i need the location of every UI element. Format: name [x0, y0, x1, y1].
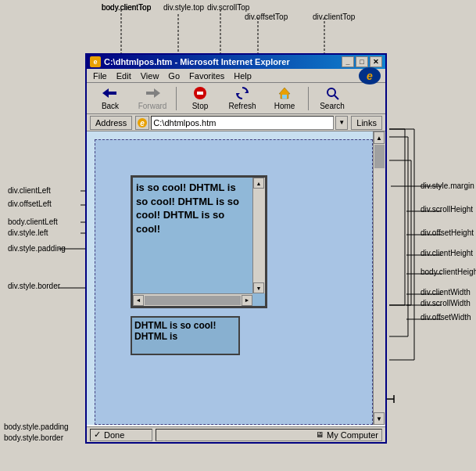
- svg-point-68: [327, 88, 335, 96]
- menu-go[interactable]: Go: [163, 69, 184, 83]
- svg-marker-60: [154, 88, 160, 98]
- label-body-client-height: body.clientHeight: [421, 268, 476, 276]
- refresh-icon: [234, 86, 250, 100]
- browser-icon: e: [90, 56, 101, 67]
- label-div-style-top: div.style.top: [163, 3, 204, 12]
- outer-div: ▲ ▼ ◄ ► is so cool! DHTML is so cool! DH…: [95, 139, 373, 425]
- browser-window: e C:\dhtmlpos.htm - Microsoft Internet E…: [85, 53, 387, 444]
- menu-view[interactable]: View: [136, 69, 164, 83]
- menu-edit[interactable]: Edit: [112, 69, 136, 83]
- outer-scrollbar-vertical: ▲ ▼: [373, 131, 385, 425]
- status-computer: 🖥 My Computer: [156, 429, 382, 441]
- label-div-client-left: div.clientLeft: [8, 186, 51, 195]
- label-div-style-padding: div.style.padding: [8, 244, 66, 253]
- back-button[interactable]: Back: [90, 84, 131, 113]
- inner-div-text: is so cool! DHTML is so cool! DHTML is s…: [133, 178, 252, 239]
- label-body-client-left: body.clientLeft: [8, 218, 58, 226]
- refresh-button[interactable]: Refresh: [222, 84, 263, 113]
- inner-scrollbar-horizontal: ◄ ►: [133, 293, 252, 306]
- toolbar-separator-1: [176, 87, 177, 110]
- outer-scroll-thumb: [374, 145, 385, 168]
- links-button[interactable]: Links: [351, 116, 382, 130]
- forward-label: Forward: [138, 102, 167, 110]
- ie-logo: e: [359, 67, 381, 84]
- svg-rect-67: [282, 95, 287, 99]
- outer-scroll-down[interactable]: ▼: [374, 412, 385, 425]
- toolbar-separator-2: [308, 87, 309, 110]
- label-div-style-border: div.style.border: [8, 282, 60, 290]
- back-icon: [102, 86, 118, 100]
- label-div-client-height: div.clientHeight: [421, 249, 473, 257]
- forward-icon: [145, 86, 160, 100]
- status-text: Done: [104, 430, 124, 440]
- scroll-thumb-h: [145, 296, 241, 305]
- label-body-client-top-text: body.clientTop: [102, 3, 151, 12]
- browser-title: C:\dhtmlpos.htm - Microsoft Internet Exp…: [104, 57, 290, 67]
- label-div-style-left: div.style.left: [8, 228, 48, 237]
- label-div-offset-height: div.offsetHeight: [421, 228, 474, 237]
- svg-rect-59: [109, 92, 116, 95]
- label-div-style-margin: div.style.margin: [421, 182, 474, 190]
- inner-div: ▲ ▼ ◄ ► is so cool! DHTML is so cool! DH…: [131, 175, 267, 308]
- forward-button[interactable]: Forward: [132, 84, 173, 113]
- label-div-scroll-width: div.scrollWidth: [421, 299, 471, 307]
- search-icon: [324, 86, 340, 100]
- search-label: Search: [320, 102, 345, 110]
- status-icon: ✓: [94, 430, 101, 440]
- label-div-scroll-top: div.scrollTop: [207, 3, 249, 12]
- svg-text:e: e: [141, 119, 145, 128]
- label-div-offset-top: div.offsetTop: [245, 13, 288, 21]
- stop-button[interactable]: Stop: [180, 84, 220, 113]
- stop-icon: [192, 86, 208, 100]
- menu-file[interactable]: File: [88, 69, 112, 83]
- search-button[interactable]: Search: [312, 84, 353, 113]
- computer-label: My Computer: [327, 430, 378, 440]
- address-input[interactable]: C:\dhtmlpos.htm: [151, 116, 334, 130]
- label-div-client-width: div.clientWidth: [421, 288, 471, 297]
- outer-scroll-up[interactable]: ▲: [374, 131, 385, 144]
- svg-marker-58: [102, 88, 109, 98]
- close-button[interactable]: ✕: [370, 56, 382, 67]
- toolbar: Back Forward Stop: [87, 83, 385, 114]
- address-label: Address: [90, 116, 132, 130]
- scroll-left-btn[interactable]: ◄: [133, 295, 144, 306]
- scroll-down-btn[interactable]: ▼: [253, 282, 264, 293]
- status-bar: ✓ Done 🖥 My Computer: [87, 426, 385, 442]
- menu-bar: File Edit View Go Favorites Help e: [87, 69, 385, 83]
- address-dropdown[interactable]: ▼: [335, 116, 348, 130]
- label-body-style-padding: body.style.padding: [4, 422, 69, 431]
- scroll-up-btn[interactable]: ▲: [253, 178, 264, 189]
- menu-help[interactable]: Help: [229, 69, 256, 83]
- maximize-button[interactable]: □: [356, 56, 368, 67]
- label-body-style-border: body.style.border: [4, 433, 63, 442]
- label-div-client-top: div.clientTop: [313, 13, 355, 21]
- home-button[interactable]: Home: [264, 84, 305, 113]
- back-label: Back: [102, 102, 119, 110]
- inner-scrollbar-vertical: ▲ ▼: [252, 178, 265, 293]
- titlebar-left: e C:\dhtmlpos.htm - Microsoft Internet E…: [90, 56, 290, 67]
- stop-label: Stop: [192, 102, 209, 110]
- scroll-right-btn[interactable]: ►: [242, 295, 252, 306]
- content-area: ▲ ▼ ◄ ► is so cool! DHTML is so cool! DH…: [87, 131, 385, 425]
- refresh-label: Refresh: [228, 102, 256, 110]
- menu-favorites[interactable]: Favorites: [184, 69, 229, 83]
- computer-icon: 🖥: [316, 430, 324, 439]
- svg-line-69: [335, 95, 338, 99]
- address-bar: Address e C:\dhtmlpos.htm ▼ Links: [87, 114, 385, 131]
- label-div-scroll-height: div.scrollHeight: [421, 205, 473, 214]
- titlebar-buttons[interactable]: _ □ ✕: [342, 56, 382, 67]
- second-div: DHTML is so cool! DHTML is: [131, 316, 240, 355]
- svg-rect-61: [146, 92, 154, 95]
- minimize-button[interactable]: _: [342, 56, 354, 67]
- home-label: Home: [274, 102, 295, 110]
- address-icon: e: [135, 116, 149, 130]
- status-done: ✓ Done: [90, 429, 152, 441]
- label-div-offset-width: div.offsetWidth: [421, 313, 471, 322]
- diagram-container: body.clientTop body.clientTop div.style.…: [0, 0, 476, 471]
- browser-titlebar: e C:\dhtmlpos.htm - Microsoft Internet E…: [87, 55, 385, 69]
- label-div-offset-left: div.offsetLeft: [8, 200, 52, 208]
- svg-rect-63: [197, 92, 203, 95]
- home-icon: [277, 86, 292, 100]
